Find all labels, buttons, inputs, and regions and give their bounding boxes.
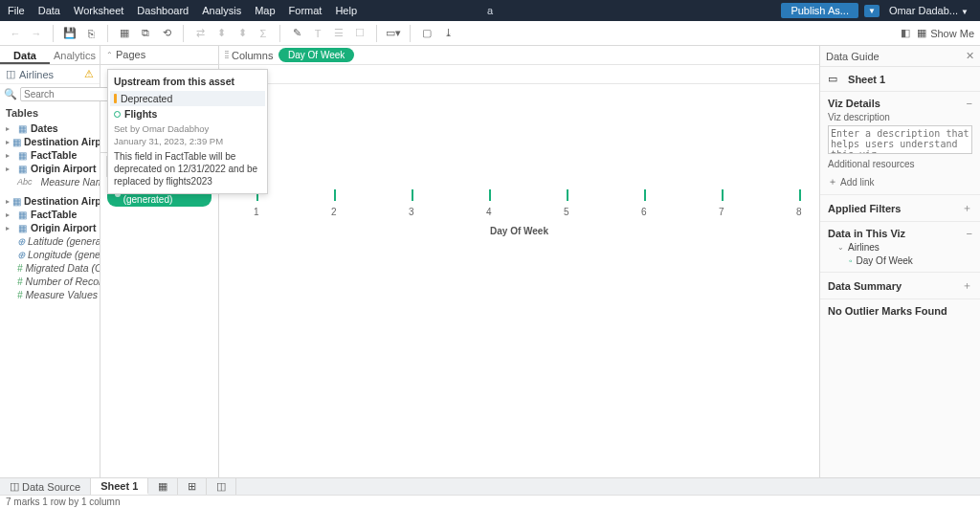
save-icon[interactable]: 💾 <box>60 24 79 43</box>
text-icon[interactable]: T <box>308 24 327 43</box>
deprecated-badge-icon <box>114 94 117 103</box>
new-story-tab-icon[interactable]: ◫ <box>207 478 236 495</box>
fields-tree: ▸▦Dates ▸▦Destination Airport ▸▦FactTabl… <box>0 121 100 305</box>
menu-data[interactable]: Data <box>38 5 60 16</box>
outlier-message: No Outlier Marks Found <box>828 305 947 317</box>
tab-data-source[interactable]: ◫Data Source <box>0 478 91 495</box>
plus-icon: ＋ <box>828 175 837 188</box>
columns-shelf-label: ⦙⦙Columns <box>219 49 275 61</box>
field-fact-table-2[interactable]: ▸▦FactTable <box>2 208 98 221</box>
toolbar: ← → 💾 ⎘ ▦ ⧉ ⟲ ⇄ ⬍ ⬍ Σ ✎ T ☰ ☐ ▭▾ ▢ ⤓ ◧ ▦… <box>0 21 980 46</box>
viz-desc-label: Viz description <box>828 109 972 125</box>
search-icon: 🔍 <box>4 88 17 100</box>
highlight-icon[interactable]: ✎ <box>287 24 306 43</box>
new-worksheet-icon[interactable]: ▦ <box>115 24 134 43</box>
table-node-icon <box>114 111 121 118</box>
data-guide-icon[interactable]: ◧ <box>896 24 915 43</box>
field-in-viz-dow[interactable]: ◦Day Of Week <box>828 253 972 266</box>
popup-setby: Set by Omar Dadabhoy <box>114 121 261 134</box>
data-guide-pane: Data Guide✕ ▭ Sheet 1 Viz Details− Viz d… <box>819 46 980 477</box>
top-menu-bar: File Data Worksheet Dashboard Analysis M… <box>0 0 980 21</box>
menu-worksheet[interactable]: Worksheet <box>74 5 123 16</box>
menu-analysis[interactable]: Analysis <box>202 5 241 16</box>
tab-data[interactable]: Data <box>0 46 50 64</box>
undo-icon[interactable]: ← <box>6 24 25 43</box>
popup-date: January 31, 2023, 2:39 PM <box>114 134 261 146</box>
new-dashboard-tab-icon[interactable]: ⊞ <box>178 478 207 495</box>
fit-dropdown-icon[interactable]: ▭▾ <box>384 24 403 43</box>
new-datasource-icon[interactable]: ⎘ <box>81 24 100 43</box>
sort-desc-icon[interactable]: ⬍ <box>233 24 252 43</box>
add-link-button[interactable]: ＋Add link <box>828 172 972 188</box>
new-worksheet-tab-icon[interactable]: ▦ <box>148 478 178 495</box>
field-origin-airport-2[interactable]: ▸▦Origin Airport <box>2 221 98 234</box>
field-fact-table[interactable]: ▸▦FactTable <box>2 148 98 162</box>
popup-title: Upstream from this asset <box>114 76 261 87</box>
data-in-viz-header[interactable]: Data in This Viz− <box>828 228 972 239</box>
publish-as-button[interactable]: Publish As... <box>781 3 858 18</box>
document-title: a <box>487 5 493 16</box>
data-summary-header[interactable]: Data Summary＋ <box>828 278 972 293</box>
datasource-icon: ◫ <box>6 68 15 80</box>
field-migrated-count[interactable]: #Migrated Data (Count) <box>2 261 98 275</box>
field-number-records[interactable]: #Number of Records <box>2 275 98 288</box>
download-icon[interactable]: ⤓ <box>438 24 457 43</box>
presentation-icon[interactable]: ▢ <box>417 24 436 43</box>
redo-icon[interactable]: → <box>27 24 46 43</box>
menu-help[interactable]: Help <box>335 5 357 16</box>
canvas: ⦙⦙Columns Day Of Week ≡Rows 1 2 3 4 5 6 … <box>219 46 819 477</box>
columns-pill-dow[interactable]: Day Of Week <box>278 48 354 62</box>
user-menu[interactable]: Omar Dadab... ▼ <box>885 5 972 16</box>
columns-shelf[interactable]: Day Of Week <box>275 48 819 62</box>
tab-analytics[interactable]: Analytics <box>50 46 100 64</box>
datasource-tab-icon: ◫ <box>10 480 19 493</box>
field-dates[interactable]: ▸▦Dates <box>2 121 98 135</box>
show-me-button[interactable]: ▦ Show Me <box>917 27 974 39</box>
popup-deprecated-row[interactable]: Deprecated <box>110 91 265 106</box>
popup-flights-row[interactable]: Flights <box>114 106 261 121</box>
additional-resources-label: Additional resources <box>828 156 972 172</box>
columns-icon: ⦙⦙ <box>225 49 229 61</box>
data-guide-title: Data Guide <box>826 51 880 62</box>
field-measure-values[interactable]: #Measure Values <box>2 288 98 301</box>
field-dest-airport-2[interactable]: ▸▦Destination Airport <box>2 194 98 208</box>
group-icon[interactable]: ☰ <box>329 24 348 43</box>
menu-map[interactable]: Map <box>255 5 275 16</box>
close-icon[interactable]: ✕ <box>966 50 974 62</box>
field-measure-names[interactable]: Abc Measure Names <box>2 175 98 188</box>
applied-filters-header[interactable]: Applied Filters＋ <box>828 201 972 215</box>
menu-file[interactable]: File <box>8 5 25 16</box>
upstream-tooltip: Upstream from this asset Deprecated Flig… <box>107 69 268 194</box>
field-dest-airport[interactable]: ▸▦Destination Airport <box>2 135 98 148</box>
show-mark-labels-icon[interactable]: ☐ <box>350 24 369 43</box>
sheet-icon: ▭ <box>828 73 837 85</box>
field-latitude[interactable]: ⊕Latitude (generated) <box>2 234 98 248</box>
datasource-row[interactable]: ◫ Airlines ⚠ <box>0 65 100 84</box>
sort-asc-icon[interactable]: ⬍ <box>212 24 231 43</box>
field-origin-airport[interactable]: ▸▦Origin Airport <box>2 162 98 175</box>
viz-description-input[interactable] <box>828 125 972 154</box>
field-longitude[interactable]: ⊕Longitude (generated) <box>2 248 98 261</box>
viz-details-header[interactable]: Viz Details− <box>828 98 972 109</box>
status-bar: 7 marks 1 row by 1 column <box>0 495 980 508</box>
data-source-airlines[interactable]: ⌄Airlines <box>828 239 972 253</box>
tables-header: Tables <box>0 104 100 121</box>
menu-format[interactable]: Format <box>289 5 323 16</box>
menu-dashboard[interactable]: Dashboard <box>137 5 189 16</box>
swap-icon[interactable]: ⇄ <box>190 24 210 43</box>
duplicate-icon[interactable]: ⧉ <box>136 24 155 43</box>
totals-icon[interactable]: Σ <box>254 24 273 43</box>
pages-shelf[interactable]: ⌃Pages <box>100 46 218 63</box>
warning-icon: ⚠ <box>84 68 94 80</box>
sheet-name: Sheet 1 <box>848 74 885 85</box>
publish-dropdown-icon[interactable]: ▼ <box>864 5 880 17</box>
data-pane: Data Analytics ◫ Airlines ⚠ 🔍 ▽ Tables ▸… <box>0 46 100 477</box>
axis-title: Day Of Week <box>490 226 548 236</box>
sheet-tabs: ◫Data Source Sheet 1 ▦ ⊞ ◫ <box>0 477 980 495</box>
popup-description: This field in FactTable will be deprecat… <box>114 146 261 188</box>
tab-sheet1[interactable]: Sheet 1 <box>91 478 148 495</box>
show-me-icon: ▦ <box>917 27 926 39</box>
clear-icon[interactable]: ⟲ <box>157 24 176 43</box>
